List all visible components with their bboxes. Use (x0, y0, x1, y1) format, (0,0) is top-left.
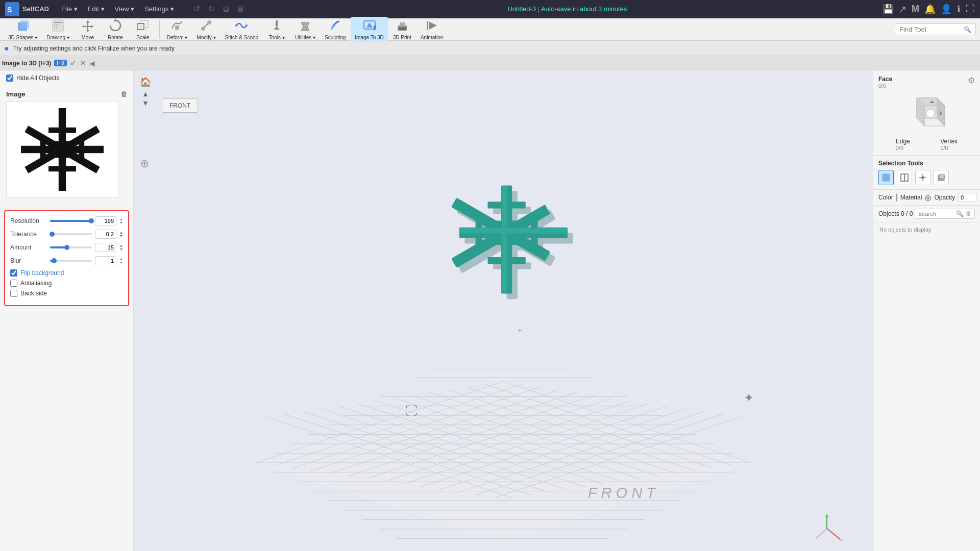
resolution-input[interactable]: 199 (95, 216, 116, 226)
edge-vertex-row: Edge 0/0 Vertex 0/0 (878, 138, 975, 155)
select-vertex-btn[interactable] (915, 170, 930, 185)
select-face-btn[interactable] (878, 170, 894, 185)
svg-rect-113 (531, 214, 537, 229)
toolbar-animation[interactable]: Animation (416, 17, 447, 42)
document-title: Untitled-3 (507, 5, 536, 13)
resolution-fill (50, 220, 91, 222)
tolerance-label: Tolerance (10, 231, 47, 238)
settings-box: Resolution 199 ▲ ▼ Tolerance 0,2 (4, 210, 129, 306)
bell-icon[interactable]: 🔔 (924, 4, 936, 15)
select-edge-btn[interactable] (897, 170, 912, 185)
svg-rect-31 (48, 166, 60, 171)
blur-input[interactable]: 1 (95, 256, 116, 265)
amount-label: Amount (10, 244, 47, 251)
topbar-right: 💾 ↗ M 🔔 👤 ℹ ⛶ (883, 4, 975, 15)
svg-rect-117 (460, 228, 567, 234)
tolerance-down[interactable]: ▼ (119, 234, 123, 238)
amount-slider[interactable] (50, 246, 92, 248)
objects-search-box[interactable]: 🔍 ⚙ (915, 209, 975, 219)
hide-all-checkbox[interactable] (6, 74, 13, 82)
find-tool-box[interactable]: 🔍 (895, 23, 976, 35)
toolbar-3d-print[interactable]: 3D Print (389, 17, 415, 42)
toolbar-rotate[interactable]: Rotate (102, 17, 129, 42)
back-side-row[interactable]: Back side (10, 290, 123, 297)
blur-thumb[interactable] (52, 258, 57, 263)
antialiasing-row[interactable]: Antialiasing (10, 280, 123, 287)
svg-rect-21 (400, 22, 405, 27)
find-tool-input[interactable] (899, 26, 961, 33)
menu-file[interactable]: File ▾ (57, 3, 82, 15)
small-icon-left: ⛶ (405, 404, 418, 418)
panel-close-icon[interactable]: ✕ (80, 58, 86, 68)
delete-image-icon[interactable]: 🗑 (120, 90, 127, 98)
color-swatch[interactable] (896, 193, 897, 202)
user-icon[interactable]: 👤 (941, 4, 952, 15)
resolution-up[interactable]: ▲ (119, 217, 123, 221)
panel-confirm-icon[interactable]: ✓ (70, 58, 77, 68)
resolution-down[interactable]: ▼ (119, 221, 123, 224)
amount-thumb[interactable] (64, 245, 69, 250)
antialiasing-checkbox[interactable] (10, 280, 17, 287)
amount-up[interactable]: ▲ (119, 244, 123, 247)
nav-down[interactable]: ▼ (142, 99, 149, 107)
delete-button[interactable]: 🗑 (234, 3, 248, 15)
copy-button[interactable]: ⧉ (220, 3, 232, 15)
blur-down[interactable]: ▼ (119, 261, 123, 264)
toolbar-utilities[interactable]: Utilities ▾ (291, 17, 320, 42)
panel-collapse-icon[interactable]: ◀ (89, 59, 95, 67)
resolution-thumb[interactable] (89, 218, 94, 223)
toolbar-modify[interactable]: Modify ▾ (192, 17, 219, 42)
amount-down[interactable]: ▼ (119, 247, 123, 251)
material-icon[interactable]: ◎ (925, 193, 931, 202)
blur-slider[interactable] (50, 260, 92, 262)
objects-settings-icon[interactable]: ⚙ (966, 210, 971, 217)
drawing-label: Drawing ▾ (46, 35, 69, 40)
menu-settings[interactable]: Settings ▾ (140, 3, 178, 15)
toolbar-sculpting[interactable]: Sculpting (321, 17, 350, 42)
share-icon[interactable]: ↗ (899, 4, 906, 15)
select-object-btn[interactable] (934, 170, 949, 185)
back-side-checkbox[interactable] (10, 290, 17, 297)
objects-label: Objects 0 / 0 (878, 210, 913, 217)
tolerance-slider[interactable] (50, 233, 92, 235)
svg-rect-33 (40, 136, 46, 147)
menu-view[interactable]: View ▾ (111, 3, 139, 15)
hide-all-objects-row[interactable]: Hide All Objects (0, 70, 133, 86)
move-icon (81, 18, 95, 35)
m-icon[interactable]: M (912, 4, 919, 14)
toolbar-drawing[interactable]: Drawing ▾ (42, 17, 73, 42)
tolerance-thumb[interactable] (50, 232, 55, 237)
toolbar-scale[interactable]: Scale (130, 17, 156, 42)
nav-arrows: ▲ ▼ (140, 90, 151, 107)
save-icon[interactable]: 💾 (883, 4, 894, 15)
home-button[interactable]: 🏠 (140, 77, 151, 88)
viewport[interactable]: 🏠 ▲ ▼ FRONT ⊕ (134, 70, 873, 551)
opacity-input[interactable]: 0 (958, 193, 976, 202)
toolbar-tools[interactable]: Tools ▾ (263, 17, 290, 42)
redo-button[interactable]: ↻ (205, 3, 218, 15)
flip-background-checkbox[interactable] (10, 269, 17, 277)
undo-button[interactable]: ↺ (190, 3, 203, 15)
compass-icon[interactable]: ⊕ (140, 157, 149, 170)
toolbar-stitch-scoop[interactable]: Stitch & Scoop (221, 17, 263, 42)
tolerance-input[interactable]: 0,2 (95, 230, 116, 239)
toolbar-image-to-3d[interactable]: Image To 3D (351, 17, 388, 42)
selection-tool-icons (878, 170, 975, 185)
toolbar-move[interactable]: Move (75, 17, 101, 42)
tolerance-up[interactable]: ▲ (119, 231, 123, 234)
amount-input[interactable]: 15 (95, 243, 116, 252)
objects-search-input[interactable] (918, 211, 954, 217)
resolution-slider[interactable] (50, 220, 92, 222)
flip-background-row[interactable]: Flip background (10, 269, 123, 277)
fullscreen-icon[interactable]: ⛶ (966, 4, 975, 14)
info-icon[interactable]: ℹ (957, 4, 961, 15)
toolbar-deform[interactable]: Deform ▾ (163, 17, 192, 42)
settings-gear-icon[interactable]: ⚙ (968, 76, 975, 85)
rotate-icon (108, 18, 122, 35)
toolbar-3d-shapes[interactable]: 3D Shapes ▾ (4, 17, 41, 42)
nav-up[interactable]: ▲ (142, 90, 149, 98)
blur-up[interactable]: ▲ (119, 257, 123, 261)
nav-cube-3d[interactable] (901, 93, 952, 134)
menu-edit[interactable]: Edit ▾ (84, 3, 109, 15)
objects-search-icon[interactable]: 🔍 (956, 210, 964, 217)
